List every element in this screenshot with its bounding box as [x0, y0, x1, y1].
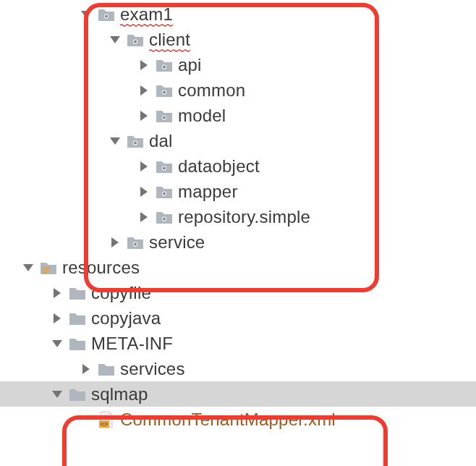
resources-folder-icon — [39, 258, 58, 277]
chevron-right-icon[interactable] — [136, 82, 152, 98]
package-folder-icon — [155, 208, 174, 226]
tree-label: model — [178, 106, 226, 126]
tree-row-mapper-file[interactable]: CommonTenantMapper.xml — [0, 407, 476, 432]
tree-label: repository.simple — [178, 207, 310, 227]
tree-row-api[interactable]: api — [0, 52, 476, 77]
tree-row-repository-simple[interactable]: repository.simple — [0, 204, 476, 229]
tree-row-common[interactable]: common — [0, 77, 476, 103]
chevron-down-icon[interactable] — [49, 336, 65, 352]
tree-label: dal — [149, 131, 173, 151]
tree-label: copyjava — [91, 308, 161, 329]
tree-row-client[interactable]: client — [0, 27, 476, 52]
package-folder-icon — [155, 157, 174, 176]
tree-row-dataobject[interactable]: dataobject — [0, 153, 476, 179]
chevron-right-icon[interactable] — [49, 285, 65, 301]
chevron-down-icon[interactable] — [107, 32, 123, 48]
tree-label: mapper — [178, 182, 238, 202]
tree-row-meta-inf[interactable]: META-INF — [0, 331, 476, 356]
tree-label: copyfile — [91, 283, 151, 303]
tree-row-sqlmap[interactable]: sqlmap — [0, 381, 476, 407]
package-folder-icon — [155, 81, 174, 100]
tree-label: exam1 — [120, 4, 173, 25]
tree-label: META-INF — [91, 334, 173, 354]
tree-label: CommonTenantMapper.xml — [120, 410, 336, 430]
package-folder-icon — [126, 30, 145, 49]
tree-label: resources — [62, 258, 140, 278]
chevron-down-icon[interactable] — [78, 7, 94, 22]
package-folder-icon — [97, 5, 116, 24]
chevron-down-icon[interactable] — [107, 133, 123, 149]
folder-icon — [68, 385, 87, 404]
chevron-right-icon[interactable] — [136, 209, 152, 225]
tree-label: services — [120, 359, 185, 379]
tree-row-copyjava[interactable]: copyjava — [0, 305, 476, 331]
tree-row-mapper[interactable]: mapper — [0, 179, 476, 204]
tree-label: dataobject — [178, 156, 260, 177]
folder-icon — [68, 309, 87, 328]
chevron-down-icon[interactable] — [20, 260, 36, 276]
tree-row-resources[interactable]: resources — [0, 255, 476, 280]
folder-icon — [97, 360, 116, 378]
package-folder-icon — [155, 56, 174, 75]
chevron-right-icon[interactable] — [136, 184, 152, 200]
chevron-right-icon[interactable] — [107, 234, 123, 250]
package-folder-icon — [155, 106, 174, 125]
project-tree: exam1 client api common model dal — [0, 0, 476, 432]
package-folder-icon — [126, 132, 145, 151]
tree-row-model[interactable]: model — [0, 103, 476, 128]
xml-file-icon — [97, 410, 116, 429]
tree-row-services[interactable]: services — [0, 356, 476, 381]
folder-icon — [68, 334, 87, 353]
tree-row-service[interactable]: service — [0, 229, 476, 255]
tree-label: service — [149, 232, 205, 253]
tree-label: sqlmap — [91, 384, 148, 404]
tree-label: api — [178, 55, 202, 75]
tree-row-copyfile[interactable]: copyfile — [0, 280, 476, 305]
chevron-right-icon[interactable] — [136, 158, 152, 174]
chevron-right-icon[interactable] — [49, 310, 65, 326]
package-folder-icon — [126, 233, 145, 252]
chevron-right-icon[interactable] — [136, 57, 152, 73]
tree-row-exam1[interactable]: exam1 — [0, 1, 476, 27]
tree-label: client — [149, 30, 190, 50]
package-folder-icon — [155, 182, 174, 201]
chevron-down-icon[interactable] — [49, 386, 65, 402]
chevron-right-icon[interactable] — [78, 361, 94, 377]
tree-row-dal[interactable]: dal — [0, 128, 476, 153]
tree-label: common — [178, 80, 245, 101]
chevron-right-icon[interactable] — [136, 108, 152, 124]
folder-icon — [68, 284, 87, 302]
